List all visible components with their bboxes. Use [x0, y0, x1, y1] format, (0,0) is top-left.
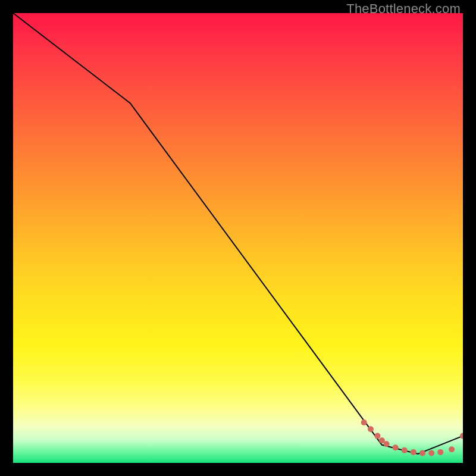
plot-area [13, 13, 463, 463]
chart-frame: TheBottleneck.com [0, 0, 476, 476]
watermark-text: TheBottleneck.com [346, 1, 461, 17]
